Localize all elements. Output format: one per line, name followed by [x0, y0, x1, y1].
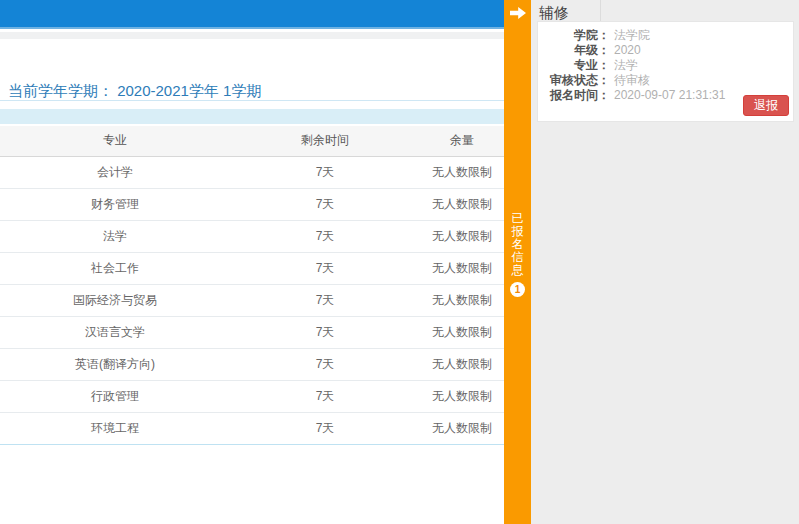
field-label: 学院：	[538, 28, 610, 43]
table-header-row: 专业 剩余时间 余量	[0, 126, 504, 156]
cell-major: 环境工程	[0, 412, 230, 444]
cell-major: 汉语言文学	[0, 316, 230, 348]
registered-info-label: 已报名信息	[504, 212, 531, 277]
table-row[interactable]: 社会工作7天无人数限制	[0, 252, 504, 284]
current-term-title: 当前学年学期： 2020-2021学年 1学期	[0, 80, 504, 101]
field-label: 专业：	[538, 58, 610, 73]
cell-quota: 无人数限制	[420, 220, 504, 252]
header-divider-strip	[0, 32, 504, 39]
info-strip	[0, 109, 504, 124]
minor-registration-page: 当前学年学期： 2020-2021学年 1学期 专业 剩余时间 余量 会计学7天…	[0, 0, 799, 524]
field-value: 待审核	[614, 73, 650, 87]
field-row: 专业：法学	[538, 58, 793, 73]
field-row: 审核状态：待审核	[538, 73, 793, 88]
cell-quota: 无人数限制	[420, 284, 504, 316]
cell-quota: 无人数限制	[420, 252, 504, 284]
registered-info-panel: 辅修 学院：法学院年级：2020专业：法学审核状态：待审核报名时间：2020-0…	[531, 0, 799, 524]
col-header-major: 专业	[0, 126, 230, 156]
main-content: 当前学年学期： 2020-2021学年 1学期 专业 剩余时间 余量 会计学7天…	[0, 0, 504, 524]
cell-quota: 无人数限制	[420, 156, 504, 188]
cell-remaining-time: 7天	[230, 412, 420, 444]
cell-quota: 无人数限制	[420, 380, 504, 412]
cell-remaining-time: 7天	[230, 220, 420, 252]
panel-title: 辅修	[531, 0, 799, 22]
field-value: 法学院	[614, 28, 650, 42]
cell-remaining-time: 7天	[230, 284, 420, 316]
table-row[interactable]: 环境工程7天无人数限制	[0, 412, 504, 444]
table-row[interactable]: 行政管理7天无人数限制	[0, 380, 504, 412]
cell-quota: 无人数限制	[420, 412, 504, 444]
cell-remaining-time: 7天	[230, 252, 420, 284]
cell-major: 财务管理	[0, 188, 230, 220]
registered-info-tab[interactable]: 已报名信息 1	[504, 0, 531, 524]
table-row[interactable]: 会计学7天无人数限制	[0, 156, 504, 188]
cell-major: 行政管理	[0, 380, 230, 412]
cell-remaining-time: 7天	[230, 348, 420, 380]
col-header-quota: 余量	[420, 126, 504, 156]
cell-remaining-time: 7天	[230, 188, 420, 220]
registration-card: 学院：法学院年级：2020专业：法学审核状态：待审核报名时间：2020-09-0…	[537, 21, 794, 122]
cell-major: 法学	[0, 220, 230, 252]
col-header-remaining-time: 剩余时间	[230, 126, 420, 156]
registered-count-badge: 1	[510, 282, 525, 297]
field-label: 审核状态：	[538, 73, 610, 88]
cell-quota: 无人数限制	[420, 316, 504, 348]
table-row[interactable]: 国际经济与贸易7天无人数限制	[0, 284, 504, 316]
majors-table: 专业 剩余时间 余量 会计学7天无人数限制财务管理7天无人数限制法学7天无人数限…	[0, 126, 504, 445]
cell-major: 会计学	[0, 156, 230, 188]
top-blue-bar	[0, 0, 504, 29]
field-label: 年级：	[538, 43, 610, 58]
registration-fields: 学院：法学院年级：2020专业：法学审核状态：待审核报名时间：2020-09-0…	[538, 28, 793, 103]
field-label: 报名时间：	[538, 88, 610, 103]
cell-remaining-time: 7天	[230, 380, 420, 412]
table-row[interactable]: 汉语言文学7天无人数限制	[0, 316, 504, 348]
cell-quota: 无人数限制	[420, 188, 504, 220]
arrow-right-icon[interactable]	[504, 5, 531, 23]
table-row[interactable]: 法学7天无人数限制	[0, 220, 504, 252]
field-value: 2020	[614, 43, 641, 57]
cell-major: 国际经济与贸易	[0, 284, 230, 316]
withdraw-button[interactable]: 退报	[743, 95, 789, 116]
field-value: 2020-09-07 21:31:31	[614, 88, 725, 102]
table-row[interactable]: 英语(翻译方向)7天无人数限制	[0, 348, 504, 380]
field-row: 学院：法学院	[538, 28, 793, 43]
cell-remaining-time: 7天	[230, 316, 420, 348]
cell-quota: 无人数限制	[420, 348, 504, 380]
registered-info-label-char: 息	[504, 264, 531, 277]
cell-major: 英语(翻译方向)	[0, 348, 230, 380]
table-row[interactable]: 财务管理7天无人数限制	[0, 188, 504, 220]
field-row: 年级：2020	[538, 43, 793, 58]
field-value: 法学	[614, 58, 638, 72]
cell-major: 社会工作	[0, 252, 230, 284]
cell-remaining-time: 7天	[230, 156, 420, 188]
